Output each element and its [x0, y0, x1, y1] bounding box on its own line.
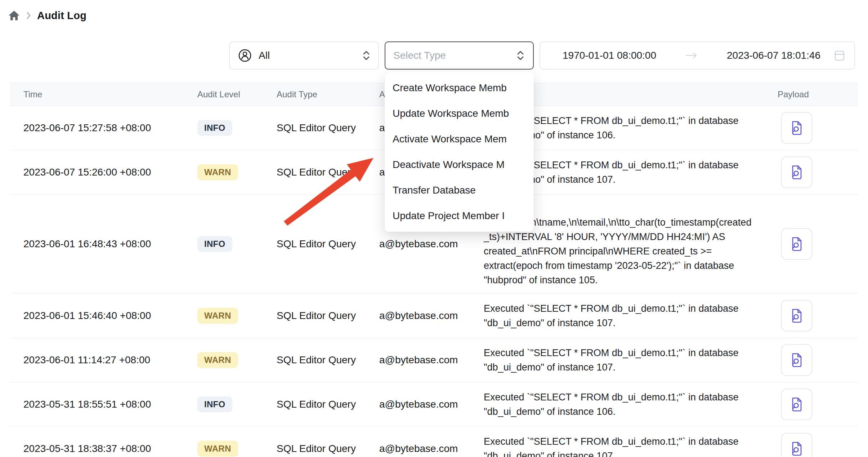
cell-type: SQL Editor Query [277, 310, 379, 321]
file-search-icon [788, 120, 805, 136]
cell-type: SQL Editor Query [277, 354, 379, 366]
cell-comment: Executed `"SELECT * FROM db_ui_demo.t1;"… [484, 390, 769, 419]
cell-payload [769, 156, 858, 188]
audit-level-badge: WARN [197, 308, 238, 324]
table-row: 2023-05-31 18:38:37 +08:00 WARN SQL Edit… [10, 427, 858, 457]
dropdown-item[interactable]: Deactivate Workspace M [385, 152, 534, 177]
file-search-icon [788, 236, 805, 252]
type-filter-select[interactable]: Select Type [385, 41, 534, 70]
view-payload-button[interactable] [781, 228, 813, 260]
cell-actor: a@bytebase.com [379, 443, 484, 454]
column-header-type: Audit Type [277, 89, 379, 99]
cell-level: INFO [197, 396, 277, 412]
page-title: Audit Log [37, 10, 86, 22]
calendar-icon [834, 49, 845, 62]
cell-level: WARN [197, 164, 277, 180]
file-search-icon [788, 352, 805, 368]
cell-time: 2023-06-01 15:46:40 +08:00 [10, 310, 197, 321]
cell-actor: a@bytebase.com [379, 399, 484, 410]
column-header-payload: Payload [769, 89, 858, 99]
audit-level-badge: INFO [197, 396, 232, 412]
column-header-level: Audit Level [197, 89, 277, 99]
audit-level-badge: WARN [197, 352, 238, 368]
cell-type: SQL Editor Query [277, 122, 379, 134]
file-search-icon [788, 164, 805, 181]
table-row: 2023-06-01 15:46:40 +08:00 WARN SQL Edit… [10, 294, 858, 338]
home-icon[interactable] [8, 9, 20, 22]
cell-payload [769, 228, 858, 260]
cell-actor: a@bytebase.com [379, 354, 484, 366]
view-payload-button[interactable] [781, 344, 813, 376]
date-range-start[interactable]: 1970-01-01 08:00:00 [563, 50, 656, 61]
table-row: 2023-06-01 11:14:27 +08:00 WARN SQL Edit… [10, 338, 858, 382]
cell-type: SQL Editor Query [277, 238, 379, 250]
cell-time: 2023-06-07 15:27:58 +08:00 [10, 122, 197, 134]
view-payload-button[interactable] [781, 300, 813, 332]
audit-level-badge: WARN [197, 164, 238, 180]
cell-time: 2023-05-31 18:38:37 +08:00 [10, 443, 197, 454]
actor-filter-select[interactable]: All [229, 41, 379, 70]
file-search-icon [788, 396, 805, 413]
cell-type: SQL Editor Query [277, 167, 379, 178]
dropdown-item[interactable]: Update Workspace Memb [385, 101, 534, 126]
view-payload-button[interactable] [781, 389, 813, 420]
date-range-input[interactable]: 1970-01-01 08:00:00 2023-06-07 18:01:46 [540, 41, 855, 70]
type-dropdown-menu: Create Workspace Memb Update Workspace M… [385, 72, 534, 232]
cell-type: SQL Editor Query [277, 399, 379, 410]
audit-level-badge: WARN [197, 441, 238, 457]
cell-actor: a@bytebase.com [379, 310, 484, 321]
cell-time: 2023-06-01 11:14:27 +08:00 [10, 354, 197, 366]
cell-actor: a@bytebase.com [379, 238, 484, 250]
chevron-right-icon [26, 12, 31, 19]
table-row: 2023-05-31 18:55:51 +08:00 INFO SQL Edit… [10, 382, 858, 427]
cell-level: INFO [197, 236, 277, 252]
type-filter-placeholder: Select Type [393, 50, 446, 61]
cell-payload [769, 300, 858, 332]
file-search-icon [788, 307, 805, 324]
column-header-time: Time [10, 89, 197, 99]
dropdown-item[interactable]: Activate Workspace Mem [385, 126, 534, 152]
chevrons-up-down-icon [516, 49, 525, 62]
file-search-icon [788, 440, 805, 457]
view-payload-button[interactable] [781, 433, 813, 457]
cell-level: WARN [197, 441, 277, 457]
cell-type: SQL Editor Query [277, 443, 379, 454]
cell-time: 2023-06-07 15:26:00 +08:00 [10, 167, 197, 178]
dropdown-item[interactable]: Update Project Member I [385, 203, 534, 228]
date-range-end[interactable]: 2023-06-07 18:01:46 [727, 50, 820, 61]
cell-level: WARN [197, 352, 277, 368]
user-circle-icon [237, 48, 253, 63]
audit-level-badge: INFO [197, 236, 232, 252]
cell-payload [769, 344, 858, 376]
dropdown-item[interactable]: Transfer Database [385, 177, 534, 203]
chevrons-up-down-icon [362, 49, 371, 62]
breadcrumb: Audit Log [8, 9, 86, 22]
cell-comment: Executed `"SELECT * FROM db_ui_demo.t1;"… [484, 434, 769, 457]
cell-time: 2023-05-31 18:55:51 +08:00 [10, 399, 197, 410]
dropdown-item[interactable]: Create Workspace Memb [385, 75, 534, 101]
cell-time: 2023-06-01 16:48:43 +08:00 [10, 238, 197, 250]
cell-level: INFO [197, 120, 277, 136]
actor-filter-value: All [259, 50, 270, 61]
cell-payload [769, 433, 858, 457]
audit-log-page: Audit Log All Select Type 1970-01-01 08:… [0, 0, 868, 457]
cell-level: WARN [197, 308, 277, 324]
view-payload-button[interactable] [781, 112, 813, 144]
arrow-right-icon [685, 52, 698, 59]
cell-payload [769, 112, 858, 144]
audit-level-badge: INFO [197, 120, 232, 136]
cell-comment: Executed `"SELECT * FROM db_ui_demo.t1;"… [484, 346, 769, 374]
view-payload-button[interactable] [781, 156, 813, 188]
cell-payload [769, 389, 858, 420]
cell-comment: Executed `"SELECT * FROM db_ui_demo.t1;"… [484, 301, 769, 330]
